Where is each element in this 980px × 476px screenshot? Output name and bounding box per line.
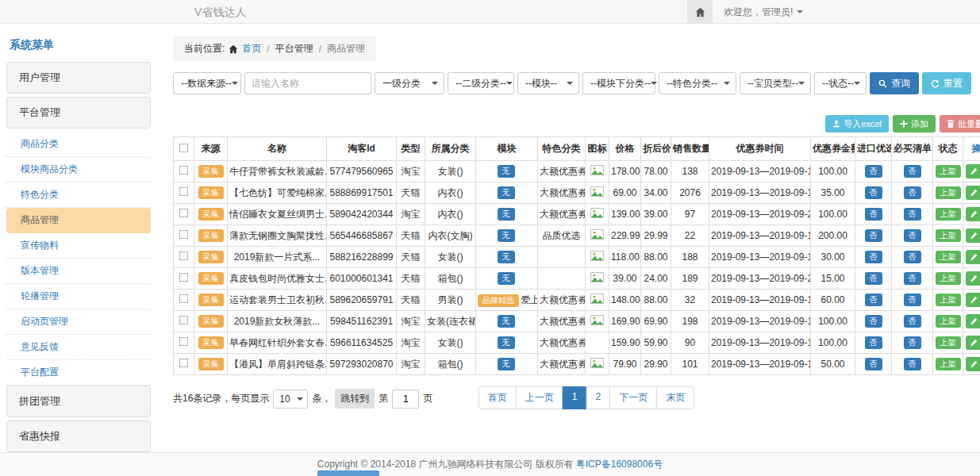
must-buy-badge[interactable]: 否 [904, 165, 921, 178]
edit-button[interactable] [966, 186, 980, 200]
filter-status-select[interactable]: --状态-- [814, 72, 867, 94]
must-buy-badge[interactable]: 否 [904, 229, 921, 242]
edit-button[interactable] [966, 164, 980, 178]
must-buy-badge[interactable]: 否 [904, 336, 921, 349]
page-button-上一页[interactable]: 上一页 [516, 386, 563, 409]
imported-badge[interactable]: 否 [865, 186, 882, 199]
row-checkbox[interactable] [179, 337, 189, 347]
reset-button[interactable]: 重置 [922, 72, 971, 94]
user-menu[interactable]: 欢迎您，管理员! [724, 6, 803, 19]
jump-page-input[interactable] [392, 390, 419, 409]
taoke-id: 577479560965 [327, 161, 397, 182]
imported-badge[interactable]: 否 [865, 251, 882, 263]
row-checkbox[interactable] [179, 209, 189, 218]
status-badge[interactable]: 上架 [936, 165, 961, 178]
row-checkbox[interactable] [179, 273, 189, 282]
imported-badge[interactable]: 否 [865, 165, 882, 178]
status-badge[interactable]: 上架 [936, 208, 961, 221]
edit-button[interactable] [966, 293, 980, 307]
status-badge[interactable]: 上架 [936, 229, 961, 242]
status-badge[interactable]: 上架 [936, 336, 961, 349]
page-button-2[interactable]: 2 [586, 386, 611, 409]
imported-badge[interactable]: 否 [865, 294, 882, 306]
sidebar-item-users[interactable]: 用户管理 [6, 62, 151, 94]
must-buy-badge[interactable]: 否 [904, 186, 921, 199]
status-badge[interactable]: 上架 [936, 358, 961, 370]
page-button-末页[interactable]: 末页 [656, 386, 694, 409]
status-badge[interactable]: 上架 [936, 251, 961, 263]
page-button-下一页[interactable]: 下一页 [609, 386, 657, 409]
sidebar-item-express-news[interactable]: 省惠快报 [6, 420, 151, 452]
sidebar-item-platform[interactable]: 平台管理 [6, 97, 151, 129]
row-checkbox[interactable] [179, 230, 189, 240]
row-checkbox-cell [174, 354, 194, 375]
sidebar-item-version[interactable]: 版本管理 [6, 259, 151, 284]
filter-module-subcategory-select[interactable]: --模块下分类-- [582, 72, 655, 94]
must-buy-cell: 否 [892, 247, 933, 268]
add-button[interactable]: 添加 [893, 115, 936, 132]
imported-badge[interactable]: 否 [865, 336, 882, 349]
edit-button[interactable] [966, 250, 980, 264]
search-button[interactable]: 查询 [870, 72, 919, 94]
sidebar-item-feature-category[interactable]: 特色分类 [6, 182, 151, 208]
filter-level2-category-select[interactable]: --二级分类-- [448, 72, 514, 94]
must-buy-badge[interactable]: 否 [904, 294, 921, 306]
must-buy-badge[interactable]: 否 [904, 272, 921, 285]
row-checkbox[interactable] [179, 316, 189, 325]
import-excel-button[interactable]: 导入excel [825, 115, 889, 132]
sidebar-item-promo-materials[interactable]: 宣传物料 [6, 233, 151, 259]
page-button-1[interactable]: 1 [563, 386, 587, 409]
status-badge[interactable]: 上架 [936, 315, 961, 328]
edit-button[interactable] [966, 314, 980, 328]
batch-delete-button[interactable]: 批量删除 [940, 115, 980, 132]
must-buy-badge[interactable]: 否 [904, 208, 921, 221]
row-checkbox[interactable] [179, 359, 189, 368]
edit-button[interactable] [966, 271, 980, 286]
sidebar-item-splash-page[interactable]: 启动页管理 [6, 309, 151, 335]
sidebar-item-module-goods-category[interactable]: 模块商品分类 [6, 157, 151, 182]
row-checkbox[interactable] [179, 187, 189, 197]
sidebar-item-goods-category[interactable]: 商品分类 [6, 132, 151, 157]
edit-button[interactable] [966, 336, 980, 350]
must-buy-badge[interactable]: 否 [904, 315, 921, 328]
imported-cell: 否 [855, 354, 892, 375]
imported-badge[interactable]: 否 [865, 229, 882, 242]
select-all-checkbox[interactable] [179, 143, 189, 152]
sidebar-item-feedback[interactable]: 意见反馈 [6, 335, 151, 360]
imported-badge[interactable]: 否 [865, 272, 882, 285]
filter-item-type-select[interactable]: --宝贝类型-- [740, 72, 811, 94]
status-badge[interactable]: 上架 [936, 294, 961, 306]
must-buy-cell: 否 [892, 204, 933, 225]
status-badge[interactable]: 上架 [936, 272, 961, 285]
edit-button[interactable] [966, 207, 980, 221]
price: 69.00 [609, 182, 641, 204]
filter-module-select[interactable]: --模块-- [517, 72, 579, 94]
sales-count: 138 [671, 161, 709, 182]
row-checkbox[interactable] [179, 294, 189, 304]
record-count-text: 共16条记录，每页显示 [173, 392, 269, 405]
must-buy-badge[interactable]: 否 [904, 358, 921, 370]
status-badge[interactable]: 上架 [936, 186, 961, 199]
sidebar-item-platform-config[interactable]: 平台配置 [6, 360, 151, 386]
imported-badge[interactable]: 否 [865, 208, 882, 221]
imported-badge[interactable]: 否 [865, 315, 882, 328]
sidebar-item-goods-management[interactable]: 商品管理 [6, 208, 151, 233]
page-button-首页[interactable]: 首页 [478, 386, 517, 409]
sidebar-item-group-buy[interactable]: 拼团管理 [6, 386, 151, 417]
filter-data-source-select[interactable]: --数据来源-- [173, 72, 241, 94]
sidebar-item-carousel[interactable]: 轮播管理 [6, 284, 151, 309]
edit-button[interactable] [966, 228, 980, 243]
row-checkbox[interactable] [179, 251, 189, 261]
filter-feature-category-select[interactable]: --特色分类-- [659, 72, 736, 94]
must-buy-badge[interactable]: 否 [904, 251, 921, 263]
home-nav-button[interactable] [687, 0, 713, 24]
edit-button[interactable] [966, 357, 980, 371]
jump-button[interactable]: 跳转到 [335, 389, 375, 409]
icp-link[interactable]: 粤ICP备16098006号 [576, 458, 663, 471]
row-checkbox[interactable] [179, 166, 189, 175]
filter-name-input[interactable] [244, 72, 371, 94]
imported-badge[interactable]: 否 [865, 358, 882, 370]
filter-level1-category-select[interactable]: 一级分类 [375, 72, 444, 94]
page-size-select[interactable]: 10 [273, 390, 308, 409]
breadcrumb-home-link[interactable]: 首页 [242, 42, 261, 56]
